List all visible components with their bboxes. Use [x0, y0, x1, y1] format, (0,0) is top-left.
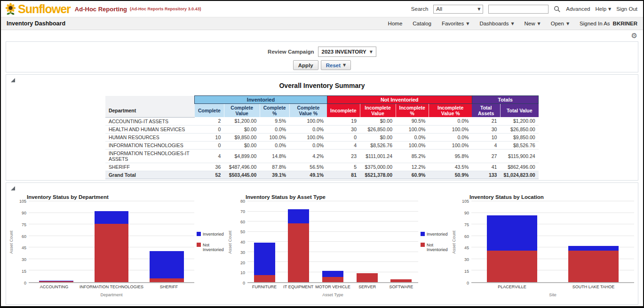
value-cell: $115,900.24	[500, 149, 538, 163]
bar-segment-inventoried[interactable]	[568, 246, 619, 251]
nav-item-new[interactable]: New▼	[525, 21, 541, 26]
bar-software[interactable]	[390, 201, 412, 282]
reset-button[interactable]: Reset ▼	[321, 60, 351, 70]
campaign-select[interactable]: 2023 INVENTORY ▼	[318, 47, 376, 57]
value-cell: 4.2%	[289, 149, 327, 163]
value-cell: 100.0%	[429, 141, 472, 149]
legend-swatch-icon	[197, 243, 201, 247]
nav-item-dashboards[interactable]: Dashboards▼	[479, 21, 514, 26]
tick-label: 75	[464, 222, 469, 227]
y-axis-ticks: 0153045607590105	[16, 201, 29, 283]
chevron-down-icon: ▼	[370, 50, 373, 54]
bar-segment-not-inventoried[interactable]	[568, 251, 619, 282]
summary-title: Overall Inventory Summary	[6, 82, 638, 89]
group-header-totals: Totals	[472, 96, 538, 104]
bar-segment-not-inventoried[interactable]	[288, 223, 309, 282]
gear-icon[interactable]: ⚙	[631, 32, 637, 39]
summary-section: Overall Inventory Summary InventoriedNot…	[6, 74, 638, 181]
value-cell: 100.0%	[429, 125, 472, 133]
bar-segment-inventoried[interactable]	[150, 251, 184, 278]
group-header-inventoried: Inventoried	[195, 96, 327, 104]
value-cell: 0	[195, 141, 224, 149]
nav-item-label: Dashboards	[479, 21, 509, 26]
search-scope-select[interactable]: All ▼	[433, 5, 483, 14]
bar-furniture[interactable]	[254, 201, 275, 282]
bar-server[interactable]	[357, 201, 378, 282]
bar-south-lake-tahoe[interactable]	[568, 201, 619, 282]
search-input[interactable]	[488, 5, 549, 14]
value-cell: $0.00	[224, 125, 260, 133]
chevron-down-icon: ▼	[538, 22, 541, 26]
reset-label: Reset	[326, 63, 341, 68]
chevron-down-icon: ▼	[511, 22, 514, 26]
chart-legend: InventoriedNot Inventoried	[421, 201, 453, 283]
grand-total-row: Grand Total52$503,445.0039.1%49.1%81$521…	[105, 171, 539, 179]
signed-in-as-label: Signed In As	[580, 21, 610, 26]
value-cell: 0.0%	[260, 125, 289, 133]
prompts-panel: Review Campaign 2023 INVENTORY ▼ Apply R…	[6, 41, 638, 72]
help-menu[interactable]: Help ▼	[595, 6, 611, 12]
tick-label: 15	[22, 269, 26, 274]
summary-table: InventoriedNot InventoriedTotalsDepartme…	[105, 95, 539, 179]
bar-motor-vehicle[interactable]	[322, 201, 343, 282]
advanced-link[interactable]: Advanced	[566, 6, 590, 12]
bar-segment-not-inventoried[interactable]	[150, 278, 184, 282]
department-cell: HEALTH AND HUMAN SERVICES	[105, 125, 195, 133]
chart-title: Inventory Status by Location	[469, 194, 634, 200]
table-row: HUMAN RESOURCES10$9,850.00100.0%100.0%0$…	[105, 133, 539, 141]
bar-placerville[interactable]	[487, 201, 537, 282]
search-button[interactable]	[554, 6, 561, 13]
value-cell: 0	[195, 125, 224, 133]
bar-information-technologies[interactable]	[95, 201, 129, 282]
help-label: Help	[595, 6, 606, 12]
bar-segment-inventoried[interactable]	[487, 215, 537, 251]
department-cell: Grand Total	[105, 171, 195, 179]
bar-segment-inventoried[interactable]	[254, 243, 275, 275]
nav-item-favorites[interactable]: Favorites▼	[442, 21, 469, 26]
campaign-value: 2023 INVENTORY	[322, 49, 366, 55]
bar-segment-not-inventoried[interactable]	[322, 277, 343, 282]
chart-department: Inventory Status by DepartmentAsset Coun…	[10, 194, 229, 297]
bar-segment-not-inventoried[interactable]	[487, 251, 537, 282]
page-options-row: ⚙	[1, 30, 643, 41]
tick-label: 60	[22, 234, 26, 239]
value-cell: 133	[472, 171, 500, 179]
bar-segment-inventoried[interactable]	[288, 209, 309, 223]
apply-button[interactable]: Apply	[293, 60, 318, 70]
campaign-label: Review Campaign	[268, 49, 314, 55]
value-cell: $503,445.00	[224, 171, 260, 179]
tick-label: 45	[22, 245, 26, 250]
value-cell: 21	[472, 117, 500, 125]
collapse-section-icon[interactable]	[11, 78, 15, 82]
sign-out-link[interactable]: Sign Out	[616, 6, 637, 12]
value-cell: $0.00	[224, 141, 260, 149]
nav-item-catalog[interactable]: Catalog	[413, 21, 431, 26]
collapse-section-icon[interactable]	[11, 186, 15, 190]
legend-swatch-icon	[197, 232, 201, 236]
bar-accounting[interactable]	[39, 201, 73, 282]
bar-sheriff[interactable]	[150, 201, 184, 282]
legend-swatch-icon	[421, 232, 425, 236]
nav-item-open[interactable]: Open▼	[551, 21, 569, 26]
bar-segment-not-inventoried[interactable]	[254, 275, 275, 282]
value-cell: 10	[472, 133, 500, 141]
department-cell: INFORMATION TECHNOLOGIES	[105, 141, 195, 149]
chart-title: Inventory Status by Department	[27, 194, 229, 200]
bar-segment-not-inventoried[interactable]	[357, 273, 378, 282]
bar-segment-not-inventoried[interactable]	[95, 224, 129, 282]
value-cell: 23	[327, 149, 360, 163]
brand-name: Sunflower	[18, 3, 71, 15]
legend-item-inventoried: Inventoried	[197, 232, 229, 237]
bar-segment-inventoried[interactable]	[322, 271, 343, 277]
x-axis-title: Site	[453, 292, 634, 297]
column-header-incomplete: Incomplete	[327, 104, 360, 118]
signed-in-as: Signed In As BKRINER	[580, 21, 637, 26]
bar-segment-not-inventoried[interactable]	[39, 281, 73, 282]
bar-it-equipment[interactable]	[288, 201, 309, 282]
bar-segment-not-inventoried[interactable]	[390, 279, 412, 282]
bar-segment-inventoried[interactable]	[95, 211, 129, 223]
value-cell: $0.00	[360, 133, 396, 141]
value-cell: 4	[195, 149, 224, 163]
nav-item-home[interactable]: Home	[388, 21, 403, 26]
value-cell: 14.8%	[260, 149, 289, 163]
